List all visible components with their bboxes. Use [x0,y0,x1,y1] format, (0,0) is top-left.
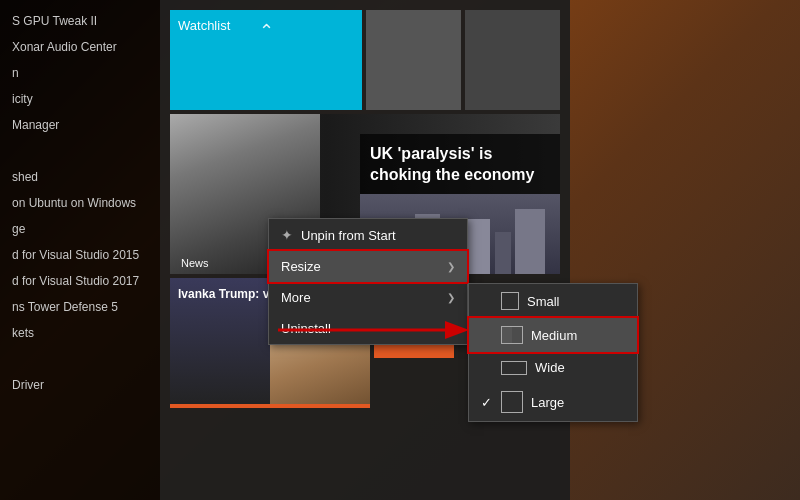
app-list-item[interactable]: Manager [0,112,160,138]
context-menu: ✦ Unpin from Start Resize ❯ More ❯ Unins… [268,218,468,345]
submenu-item-small[interactable]: Small [469,284,637,318]
pin-icon: ✦ [281,227,293,243]
svg-rect-6 [515,209,545,274]
tile-watchlist[interactable]: ⌃ Watchlist [170,10,362,110]
large-check: ✓ [481,395,501,410]
app-list-item[interactable] [0,138,160,164]
chevron-up-icon: ⌃ [259,20,274,42]
large-tile-icon [501,391,523,413]
wide-check [481,360,501,375]
app-list-item[interactable] [0,346,160,372]
unpin-label: Unpin from Start [301,228,396,243]
news-label: News [178,256,212,270]
context-menu-resize[interactable]: Resize ❯ [269,251,467,282]
app-list-item[interactable]: Xonar Audio Center [0,34,160,60]
app-list-item[interactable]: S GPU Tweak II [0,8,160,34]
large-label: Large [531,395,564,410]
wide-label: Wide [535,360,565,375]
wide-tile-icon [501,361,527,375]
app-list-item[interactable]: n [0,60,160,86]
app-list-item[interactable]: d for Visual Studio 2015 [0,242,160,268]
app-list-item[interactable]: d for Visual Studio 2017 [0,268,160,294]
uninstall-label: Uninstall [281,321,331,336]
more-chevron-icon: ❯ [447,292,455,303]
news-headline: UK 'paralysis' is choking the economy [360,134,560,196]
svg-rect-4 [468,219,490,274]
medium-tile-icon [501,326,523,344]
app-list-item[interactable]: Driver [0,372,160,398]
svg-rect-5 [495,232,511,274]
resize-submenu: Small Medium Wide ✓ Large [468,283,638,422]
tile-small-1[interactable] [366,10,461,110]
submenu-item-large[interactable]: ✓ Large [469,383,637,421]
tile-row-1: ⌃ Watchlist [170,10,560,110]
app-list-item[interactable]: ge [0,216,160,242]
app-list-item[interactable]: shed [0,164,160,190]
app-list-item[interactable]: icity [0,86,160,112]
medium-label: Medium [531,328,577,343]
app-list-item[interactable]: on Ubuntu on Windows [0,190,160,216]
small-check [481,294,501,309]
watchlist-label: Watchlist [178,18,230,33]
submenu-item-wide[interactable]: Wide [469,352,637,383]
small-label: Small [527,294,560,309]
tile-small-2[interactable] [465,10,560,110]
more-label: More [281,290,311,305]
submenu-item-medium[interactable]: Medium [469,318,637,352]
resize-chevron-icon: ❯ [447,261,455,272]
app-list: S GPU Tweak II Xonar Audio Center n icit… [0,0,160,500]
medium-check [481,328,501,343]
resize-label: Resize [281,259,321,274]
context-menu-more[interactable]: More ❯ [269,282,467,313]
small-tile-icon [501,292,519,310]
app-list-item[interactable]: kets [0,320,160,346]
context-menu-uninstall[interactable]: Uninstall [269,313,467,344]
context-menu-unpin[interactable]: ✦ Unpin from Start [269,219,467,251]
tile-bar [170,404,370,408]
app-list-item[interactable]: ns Tower Defense 5 [0,294,160,320]
